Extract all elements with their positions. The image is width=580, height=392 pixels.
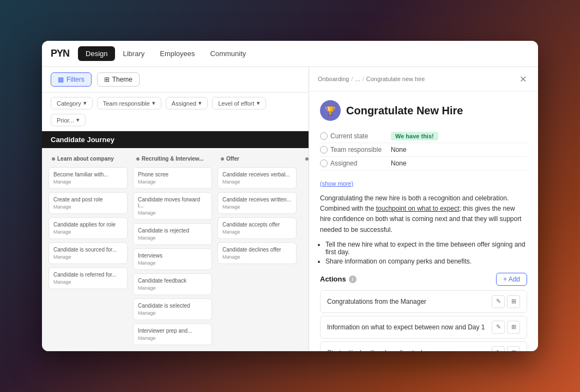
category-dropdown[interactable]: Category ▾	[51, 97, 93, 109]
detail-icon: 🏆	[320, 100, 341, 121]
action-edit-btn-3[interactable]: ✎	[492, 346, 505, 351]
card-candidate-moves-forward[interactable]: Candidate moves forward i... Manage	[133, 192, 212, 220]
meta-row-current-state: Current state We have this!	[320, 130, 527, 143]
meta-row-team-responsible: Team responsible None	[320, 143, 527, 157]
filters-button[interactable]: ▦ Filters	[51, 72, 92, 87]
detail-title-row: 🏆 Congratulate New Hire	[320, 100, 527, 121]
card-interviews[interactable]: Interviews Manage	[133, 248, 212, 270]
touchpoint-link: touchpoint on what to expect	[376, 205, 460, 212]
main-content: ▦ Filters ⊞ Theme Category ▾ Team respon…	[42, 67, 538, 351]
card-become-familiar[interactable]: Become familiar with... Manage	[49, 167, 128, 189]
column-learn-about-company: Learn about company Become familiar with…	[49, 154, 128, 346]
action-item-1: Congratulations from the Manager ✎ ⊞	[320, 290, 527, 313]
right-panel-header: Onboarding / ... / Congratulate new hire…	[309, 67, 538, 91]
board-columns: Learn about company Become familiar with…	[42, 148, 309, 351]
assigned-dropdown[interactable]: Assigned ▾	[166, 97, 208, 109]
team-responsible-dropdown[interactable]: Team responsible ▾	[97, 97, 161, 109]
column-header-1: Learn about company	[49, 154, 128, 164]
detail-content: 🏆 Congratulate New Hire Current state We…	[309, 91, 538, 351]
bullet-item-2: Share information on company perks and b…	[325, 258, 527, 265]
card-candidate-feedback[interactable]: Candidate feedback Manage	[133, 273, 212, 295]
detail-title: Congratulate New Hire	[346, 105, 463, 117]
action-text-2: Information on what to expect between no…	[327, 323, 485, 331]
column-recruiting: Recruiting & Interview... Phone scree Ma…	[133, 154, 212, 346]
chevron-down-icon: ▾	[76, 117, 80, 124]
team-responsible-value: None	[391, 146, 407, 154]
column-title-1: Learn about company	[57, 156, 114, 162]
board-title: Candidate Journey	[51, 136, 114, 144]
card-create-post-role[interactable]: Create and post role Manage	[49, 192, 128, 214]
filter-label: Filters	[67, 76, 84, 83]
breadcrumb: Onboarding / ... / Congratulate new hire	[318, 76, 425, 82]
card-candidate-referred[interactable]: Candidate is referred for... Manage	[49, 267, 128, 289]
circle-icon-3	[320, 160, 328, 167]
board-header: Candidate Journey	[42, 131, 309, 148]
nav-employees[interactable]: Employees	[152, 46, 202, 61]
theme-label: Theme	[112, 76, 132, 83]
current-state-label: Current state	[330, 132, 368, 140]
meta-table: Current state We have this! Team respons…	[320, 130, 527, 170]
show-more-link[interactable]: (show more)	[320, 180, 353, 187]
assigned-label: Assigned	[172, 100, 196, 107]
actions-header: Actions i + Add	[320, 273, 527, 286]
card-candidate-receives-written[interactable]: Candidate receives written... Manage	[218, 192, 297, 214]
breadcrumb-current: Congratulate new hire	[366, 76, 425, 82]
action-edit-btn-2[interactable]: ✎	[492, 321, 505, 334]
current-state-value: We have this!	[391, 132, 438, 140]
column-header-3: Offer	[218, 154, 297, 164]
app-window: PYN Design Library Employees Community ▦…	[42, 41, 538, 351]
nav-library[interactable]: Library	[115, 46, 152, 61]
breadcrumb-ellipsis: ...	[355, 76, 360, 82]
action-more-btn-2[interactable]: ⊞	[507, 321, 520, 334]
column-title-2: Recruiting & Interview...	[142, 156, 204, 162]
actions-label-text: Actions	[320, 275, 346, 283]
team-responsible-label: Team responsible	[330, 146, 382, 154]
close-button[interactable]: ✕	[516, 72, 529, 85]
level-of-effort-dropdown[interactable]: Level of effort ▾	[212, 97, 265, 109]
column-dot-2	[136, 157, 140, 161]
assigned-label: Assigned	[330, 160, 357, 167]
card-candidate-receives-verbal[interactable]: Candidate receives verbal... Manage	[218, 167, 297, 189]
column-header-4: On...	[302, 154, 309, 164]
column-dot-3	[221, 157, 224, 161]
team-responsible-label: Team responsible	[103, 100, 150, 107]
card-candidate-declines[interactable]: Candidate declines offer Manage	[218, 242, 297, 264]
bullets-list: Tell the new hire what to expect in the …	[320, 241, 527, 265]
theme-button[interactable]: ⊞ Theme	[97, 72, 140, 87]
action-item-3: Start critical path onboarding tasks ✎ ⊞	[320, 341, 527, 351]
chevron-down-icon: ▾	[198, 100, 202, 107]
bullet-item-1: Tell the new hire what to expect in the …	[325, 241, 527, 256]
breadcrumb-onboarding: Onboarding	[318, 76, 349, 82]
action-text-3: Start critical path onboarding tasks	[327, 349, 427, 351]
column-dot-1	[52, 157, 55, 161]
column-header-2: Recruiting & Interview...	[133, 154, 212, 164]
action-more-btn-3[interactable]: ⊞	[507, 346, 520, 351]
column-on: On...	[302, 154, 309, 346]
column-offer: Offer Candidate receives verbal... Manag…	[218, 154, 297, 346]
nav-community[interactable]: Community	[203, 46, 254, 61]
filter-bar: ▦ Filters ⊞ Theme	[42, 67, 309, 93]
add-action-button[interactable]: + Add	[496, 273, 527, 286]
category-label: Category	[57, 100, 81, 107]
app-logo: PYN	[51, 48, 69, 59]
level-label: Level of effort	[218, 100, 254, 107]
priority-label: Prior...	[57, 117, 74, 124]
card-interviewer-prep[interactable]: Interviewer prep and... Manage	[133, 323, 212, 345]
priority-dropdown[interactable]: Prior... ▾	[51, 114, 86, 126]
action-item-2: Information on what to expect between no…	[320, 316, 527, 339]
status-badge: We have this!	[391, 132, 438, 140]
action-more-btn-1[interactable]: ⊞	[507, 295, 520, 308]
nav-design[interactable]: Design	[78, 46, 115, 61]
action-text-1: Congratulations from the Manager	[327, 298, 426, 305]
card-phone-screen[interactable]: Phone scree Manage	[133, 167, 212, 189]
action-edit-btn-1[interactable]: ✎	[492, 295, 505, 308]
card-candidate-sourced[interactable]: Candidate is sourced for... Manage	[49, 242, 128, 264]
card-candidate-selected[interactable]: Candidate is selected Manage	[133, 298, 212, 320]
card-candidate-rejected[interactable]: Candidate is rejected Manage	[133, 223, 212, 245]
action-icons-2: ✎ ⊞	[492, 321, 520, 334]
meta-row-assigned: Assigned None	[320, 157, 527, 170]
card-candidate-applies[interactable]: Candidate applies for role Manage	[49, 217, 128, 239]
assigned-value: None	[391, 160, 407, 167]
chevron-down-icon: ▾	[257, 100, 260, 107]
card-candidate-accepts[interactable]: Candidate accepts offer Manage	[218, 217, 297, 239]
